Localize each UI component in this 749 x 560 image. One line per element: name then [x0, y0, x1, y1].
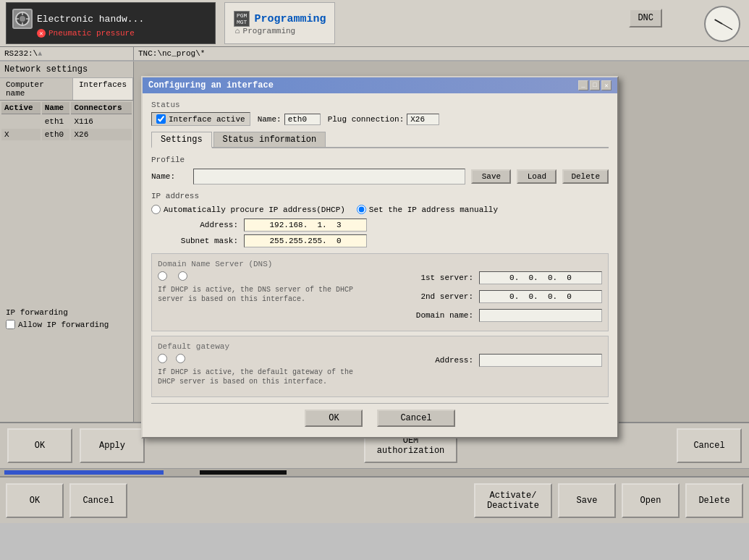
- main-ok-btn[interactable]: OK: [7, 428, 72, 463]
- bottom-cancel-btn[interactable]: Cancel: [69, 483, 127, 518]
- error-icon: ✕: [37, 29, 46, 38]
- allow-ip-forwarding-checkbox[interactable]: [6, 320, 15, 329]
- bottom-ok-btn[interactable]: OK: [6, 483, 64, 518]
- app-title: Electronic handw...: [37, 14, 144, 25]
- dialog-ok-btn[interactable]: OK: [305, 410, 363, 427]
- dns-title: Domain Name Server (DNS): [158, 260, 602, 268]
- row-active: X: [1, 129, 41, 140]
- bottom-save-btn[interactable]: Save: [558, 483, 616, 518]
- gw-radio1[interactable]: [158, 354, 167, 363]
- address-field[interactable]: [244, 219, 367, 232]
- network-settings-label: Network settings: [0, 61, 133, 78]
- right-area: Configuring an interface _ □ ✕ Status In…: [134, 61, 749, 422]
- tab-settings[interactable]: Settings: [151, 132, 212, 148]
- bottom-toolbar: OK Cancel Activate/Deactivate Save Open …: [0, 476, 749, 523]
- name-label: Name:: [258, 115, 282, 124]
- table-row[interactable]: X eth0 X26: [1, 129, 132, 140]
- address-label: Address:: [166, 221, 238, 229]
- server2-field[interactable]: [479, 290, 602, 303]
- dialog-footer: OK Cancel: [151, 403, 609, 430]
- status-section-label: Status: [151, 101, 609, 109]
- gateway-section: Default gateway If DHCP is active, the d…: [151, 336, 609, 397]
- profile-name-label: Name:: [151, 172, 187, 181]
- right-path: TNC:\nc_prog\*: [134, 47, 749, 61]
- subnet-label: Subnet mask:: [166, 237, 238, 245]
- progress-black: [200, 470, 287, 475]
- dialog-restore-btn[interactable]: □: [590, 80, 600, 90]
- gw-address-label: Address:: [415, 356, 473, 365]
- row-active: [1, 116, 41, 127]
- dns-radio1[interactable]: [158, 271, 167, 281]
- interfaces-table: Active Name Connectors eth1 X116 X eth0 …: [0, 101, 133, 142]
- programming-sub: Programming: [243, 27, 296, 35]
- col-name: Name: [42, 102, 70, 114]
- network-tabs: Computer name Interfaces: [0, 78, 133, 101]
- delete-profile-btn[interactable]: Delete: [562, 169, 609, 184]
- domain-field[interactable]: [479, 309, 602, 322]
- progress-bar-area: [0, 469, 749, 476]
- progress-blue: [4, 470, 164, 475]
- programming-label: Programming: [254, 13, 326, 25]
- gw-radio2[interactable]: [176, 354, 185, 363]
- bottom-open-btn[interactable]: Open: [622, 483, 680, 518]
- manual-radio[interactable]: [357, 205, 366, 214]
- row-name: eth0: [42, 129, 70, 140]
- plug-field[interactable]: [407, 114, 439, 125]
- dns-radio2[interactable]: [178, 271, 187, 281]
- tab-computer-name[interactable]: Computer name: [0, 78, 73, 100]
- tab-interfaces[interactable]: Interfaces: [73, 78, 133, 100]
- table-row[interactable]: eth1 X116: [1, 116, 132, 127]
- programming-block: PGMMGT Programming ⌂ Programming: [224, 2, 335, 44]
- dialog-minimize-btn[interactable]: _: [578, 80, 588, 90]
- bottom-delete-btn[interactable]: Delete: [685, 483, 743, 518]
- dns-description: If DHCP is active, the DNS server of the…: [158, 285, 360, 304]
- top-bar: Electronic handw... ✕ Pneumatic pressure…: [0, 0, 749, 47]
- clock-minute-hand: [722, 24, 732, 30]
- load-profile-btn[interactable]: Load: [517, 169, 557, 184]
- dialog-titlebar: Configuring an interface _ □ ✕: [143, 77, 617, 93]
- name-field[interactable]: [284, 114, 321, 125]
- subnet-field[interactable]: [244, 234, 367, 247]
- gateway-description: If DHCP is active, the default gateway o…: [158, 368, 360, 386]
- server1-label: 1st server:: [415, 273, 473, 282]
- pgm-badge: PGMMGT: [234, 11, 250, 27]
- interface-active-checkbox[interactable]: [156, 114, 166, 124]
- dhcp-radio[interactable]: [151, 205, 161, 214]
- col-active: Active: [1, 102, 41, 114]
- row-name: eth1: [42, 116, 70, 127]
- main-apply-btn[interactable]: Apply: [80, 428, 145, 463]
- dnc-button[interactable]: DNC: [629, 9, 662, 27]
- allow-ip-forwarding-label: Allow IP forwarding: [18, 321, 109, 329]
- dialog-title: Configuring an interface: [148, 80, 274, 90]
- dialog-cancel-btn[interactable]: Cancel: [377, 410, 454, 427]
- interface-active-label: Interface active: [169, 115, 245, 124]
- path-row: RS232:\ ▲ TNC:\nc_prog\*: [0, 47, 749, 61]
- server1-field[interactable]: [479, 271, 602, 284]
- app-icon: [12, 9, 33, 29]
- ip-forwarding-label: IP forwarding: [6, 308, 127, 317]
- svg-point-1: [20, 16, 25, 22]
- gw-address-field[interactable]: [479, 354, 602, 367]
- plug-label: Plug connection:: [328, 115, 405, 124]
- gateway-title: Default gateway: [158, 342, 602, 351]
- clock: [704, 6, 740, 42]
- server2-label: 2nd server:: [415, 292, 473, 301]
- profile-section-label: Profile: [151, 156, 609, 164]
- ip-forwarding-section: IP forwarding Allow IP forwarding: [0, 302, 133, 335]
- dialog-close-btn[interactable]: ✕: [601, 80, 612, 90]
- app-subtitle: Pneumatic pressure: [48, 29, 135, 38]
- ip-section-label: IP address: [151, 192, 609, 200]
- manual-label: Set the IP address manually: [369, 205, 498, 214]
- dns-section: Domain Name Server (DNS) If DHCP is acti…: [151, 253, 609, 331]
- save-profile-btn[interactable]: Save: [471, 169, 511, 184]
- col-connectors: Connectors: [71, 102, 132, 114]
- activate-deactivate-btn[interactable]: Activate/Deactivate: [474, 483, 552, 518]
- home-icon: ⌂: [235, 27, 240, 35]
- row-connectors: X26: [71, 129, 132, 140]
- configure-interface-dialog: Configuring an interface _ □ ✕ Status In…: [141, 76, 619, 438]
- tab-status-info[interactable]: Status information: [213, 132, 326, 147]
- left-path: RS232:\ ▲: [0, 47, 134, 61]
- app-title-block: Electronic handw... ✕ Pneumatic pressure: [6, 2, 216, 44]
- main-cancel-btn[interactable]: Cancel: [677, 428, 742, 463]
- profile-name-field[interactable]: [193, 169, 465, 184]
